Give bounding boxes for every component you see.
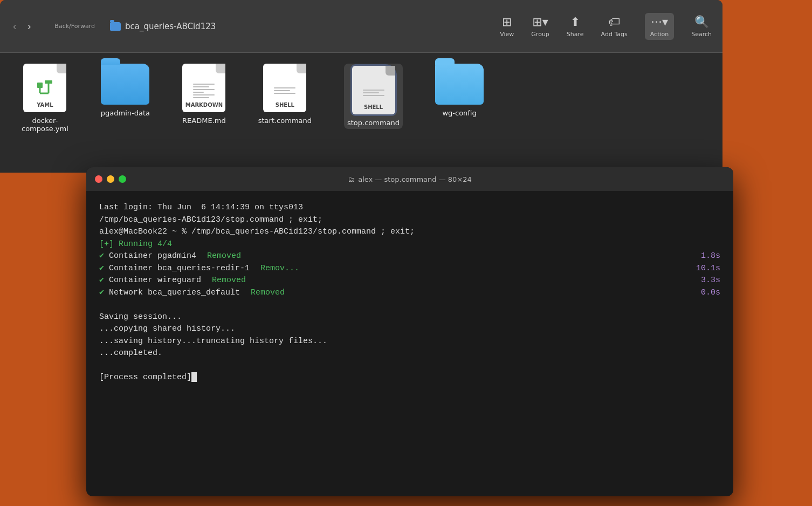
view-button[interactable]: ⊞ View bbox=[500, 15, 514, 38]
container-3-time: 3.3s bbox=[701, 275, 720, 287]
add-tags-button[interactable]: 🏷 Add Tags bbox=[601, 15, 628, 38]
line6 bbox=[193, 97, 209, 98]
maximize-button[interactable] bbox=[119, 175, 126, 183]
markdown-icon: MARKDOWN bbox=[182, 64, 225, 112]
group-label: Group bbox=[531, 31, 549, 38]
yaml-icon: YAML bbox=[23, 64, 66, 112]
traffic-lights bbox=[95, 175, 126, 183]
line1 bbox=[193, 84, 215, 85]
share-icon: ⬆ bbox=[570, 15, 580, 29]
file-docker-compose[interactable]: YAML docker-compose.yml bbox=[22, 64, 68, 133]
nav-buttons: ‹ › bbox=[11, 18, 33, 35]
share-label: Share bbox=[567, 31, 584, 38]
terminal-window: 🗂 alex — stop.command — 80×24 Last login… bbox=[86, 167, 733, 496]
term-line-3: alex@MacBook22 ~ % /tmp/bca_queries-ABCi… bbox=[99, 226, 720, 238]
svg-rect-0 bbox=[37, 83, 43, 88]
readme-label: README.md bbox=[182, 117, 226, 125]
term-blank-1 bbox=[99, 299, 720, 311]
finder-title-area: bca_queries-ABCid123 bbox=[110, 22, 487, 31]
file-stop-command[interactable]: SHELL stop.command bbox=[344, 64, 403, 129]
container-row-3: ✔ Container wireguard Removed 3.3s bbox=[99, 275, 720, 287]
container-1-label: ✔ Container pgadmin4 bbox=[99, 250, 196, 263]
sline1 bbox=[274, 87, 295, 88]
folder-icon bbox=[101, 64, 149, 105]
container-1-status: Removed bbox=[207, 251, 241, 261]
shell-ext-stop: SHELL bbox=[364, 104, 383, 110]
line4 bbox=[193, 92, 204, 93]
container-4-time: 0.0s bbox=[701, 287, 720, 299]
term-line-1: Last login: Thu Jun 6 14:14:39 on ttys01… bbox=[99, 202, 720, 214]
yaml-ext: YAML bbox=[37, 102, 53, 108]
terminal-cursor bbox=[191, 372, 197, 382]
container-4-label: ✔ Network bca_queries_default bbox=[99, 287, 240, 299]
stline1 bbox=[363, 90, 384, 91]
close-button[interactable] bbox=[95, 175, 102, 183]
container-2-time: 10.1s bbox=[696, 263, 720, 275]
svg-rect-1 bbox=[45, 80, 52, 84]
action-icon: ···▾ bbox=[651, 15, 668, 29]
toolbar-actions: ⊞ View ⊞▾ Group ⬆ Share 🏷 Add Tags ···▾ … bbox=[500, 13, 712, 40]
container-row-1: ✔ Container pgadmin4 Removed 1.8s bbox=[99, 250, 720, 263]
back-button[interactable]: ‹ bbox=[11, 18, 19, 35]
tag-icon: 🏷 bbox=[608, 15, 620, 29]
terminal-folder-icon: 🗂 bbox=[348, 175, 355, 183]
term-process-completed: [Process completed] bbox=[99, 372, 720, 384]
folder-icon-small bbox=[110, 22, 121, 31]
wg-config-label: wg-config bbox=[442, 109, 476, 117]
term-running: [+] Running 4/4 bbox=[99, 238, 720, 251]
shell-ext-start: SHELL bbox=[276, 102, 294, 108]
term-saving: Saving session... bbox=[99, 311, 720, 324]
container-1-time: 1.8s bbox=[701, 250, 720, 263]
folder-icon-light bbox=[435, 64, 484, 105]
action-button[interactable]: ···▾ Action bbox=[645, 13, 674, 40]
sline3 bbox=[274, 93, 295, 94]
search-button[interactable]: 🔍 Search bbox=[691, 15, 712, 38]
term-saving-history: ...saving history...truncating history f… bbox=[99, 336, 720, 348]
start-command-label: start.command bbox=[258, 117, 312, 125]
line2 bbox=[193, 86, 209, 87]
term-copying: ...copying shared history... bbox=[99, 323, 720, 336]
container-2-status: Remov... bbox=[260, 264, 299, 273]
markdown-lines bbox=[193, 84, 215, 98]
group-icon: ⊞▾ bbox=[532, 15, 548, 29]
group-button[interactable]: ⊞▾ Group bbox=[531, 15, 549, 38]
container-row-4: ✔ Network bca_queries_default Removed 0.… bbox=[99, 287, 720, 299]
terminal-title: 🗂 alex — stop.command — 80×24 bbox=[348, 175, 472, 183]
search-label: Search bbox=[691, 31, 712, 38]
term-completed-msg: ...completed. bbox=[99, 347, 720, 360]
stline3 bbox=[363, 95, 384, 96]
files-area: YAML docker-compose.yml pgadmin-data MAR… bbox=[0, 53, 722, 173]
view-icon: ⊞ bbox=[502, 15, 512, 29]
stline2 bbox=[363, 92, 379, 93]
markdown-ext: MARKDOWN bbox=[185, 102, 223, 108]
term-line-2: /tmp/bca_queries-ABCid123/stop.command ;… bbox=[99, 214, 720, 227]
minimize-button[interactable] bbox=[107, 175, 114, 183]
terminal-title-text: alex — stop.command — 80×24 bbox=[358, 175, 472, 183]
file-start-command[interactable]: SHELL start.command bbox=[258, 64, 312, 125]
add-tags-label: Add Tags bbox=[601, 31, 628, 38]
file-wg-config[interactable]: wg-config bbox=[435, 64, 484, 117]
pgadmin-data-label: pgadmin-data bbox=[101, 109, 150, 117]
terminal-body[interactable]: Last login: Thu Jun 6 14:14:39 on ttys01… bbox=[86, 191, 733, 496]
container-2-label: ✔ Container bca_queries-redir-1 bbox=[99, 263, 250, 275]
container-4-status: Removed bbox=[251, 288, 285, 297]
docker-compose-label: docker-compose.yml bbox=[22, 117, 68, 133]
back-forward-label: Back/Forward bbox=[54, 23, 95, 30]
shell-icon-stop: SHELL bbox=[352, 66, 395, 114]
share-button[interactable]: ⬆ Share bbox=[567, 15, 584, 38]
file-readme[interactable]: MARKDOWN README.md bbox=[182, 64, 226, 125]
view-label: View bbox=[500, 31, 514, 38]
forward-button[interactable]: › bbox=[25, 18, 33, 35]
line3 bbox=[193, 89, 215, 90]
container-row-2: ✔ Container bca_queries-redir-1 Remov...… bbox=[99, 263, 720, 275]
container-3-status: Removed bbox=[212, 276, 246, 285]
stop-command-label: stop.command bbox=[347, 119, 400, 127]
start-shell-lines bbox=[274, 87, 295, 94]
stop-shell-lines bbox=[363, 90, 384, 96]
shell-icon-start: SHELL bbox=[263, 64, 306, 112]
sline2 bbox=[274, 90, 290, 91]
file-pgadmin-data[interactable]: pgadmin-data bbox=[101, 64, 150, 117]
finder-window: ‹ › Back/Forward bca_queries-ABCid123 ⊞ … bbox=[0, 0, 722, 173]
yaml-logo bbox=[33, 76, 57, 100]
container-3-label: ✔ Container wireguard bbox=[99, 275, 201, 287]
